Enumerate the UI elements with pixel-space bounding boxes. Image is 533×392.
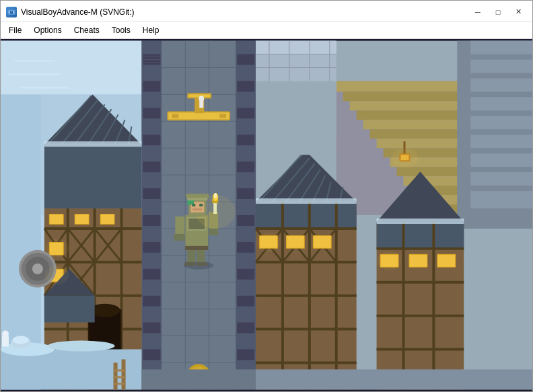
- svg-rect-201: [197, 262, 207, 266]
- svg-rect-62: [219, 114, 226, 118]
- svg-rect-50: [237, 134, 254, 145]
- svg-marker-145: [256, 202, 357, 229]
- svg-rect-48: [237, 81, 254, 92]
- menu-item-cheats[interactable]: Cheats: [69, 24, 105, 37]
- svg-rect-206: [175, 217, 184, 235]
- svg-rect-8: [1, 41, 141, 95]
- svg-rect-3: [13, 11, 14, 12]
- svg-point-252: [2, 331, 9, 338]
- svg-point-117: [48, 341, 115, 352]
- svg-rect-41: [143, 323, 160, 334]
- svg-rect-35: [143, 161, 160, 172]
- svg-rect-97: [50, 214, 63, 224]
- svg-rect-205: [185, 246, 208, 250]
- svg-rect-198: [187, 249, 195, 264]
- title-bar-controls: ─ □ ✕: [469, 5, 527, 19]
- title-bar: VisualBoyAdvance-M (SVNGit:) ─ □ ✕: [1, 1, 532, 22]
- menu-item-help[interactable]: Help: [137, 24, 165, 37]
- svg-rect-209: [209, 229, 218, 235]
- svg-point-234: [378, 251, 402, 270]
- main-window: VisualBoyAdvance-M (SVNGit:) ─ □ ✕ File …: [0, 0, 533, 392]
- svg-rect-137: [470, 91, 532, 97]
- svg-rect-40: [143, 296, 160, 307]
- window-title: VisualBoyAdvance-M (SVNGit:): [21, 7, 135, 17]
- game-viewport: [1, 39, 532, 391]
- svg-rect-185: [409, 255, 427, 267]
- svg-rect-36: [143, 188, 160, 199]
- svg-rect-99: [75, 214, 89, 224]
- app-icon: [6, 7, 17, 17]
- svg-rect-172: [314, 236, 331, 248]
- svg-point-231: [45, 239, 69, 258]
- title-bar-left: VisualBoyAdvance-M (SVNGit:): [6, 7, 135, 17]
- svg-rect-239: [256, 41, 336, 54]
- svg-rect-247: [141, 369, 256, 389]
- svg-point-250: [13, 336, 29, 344]
- svg-rect-33: [143, 108, 160, 118]
- svg-rect-237: [377, 219, 464, 224]
- svg-rect-52: [237, 188, 254, 199]
- svg-rect-53: [237, 215, 254, 226]
- svg-rect-248: [256, 369, 532, 389]
- menu-item-options[interactable]: Options: [28, 24, 67, 37]
- svg-rect-57: [237, 323, 254, 334]
- svg-rect-136: [470, 73, 532, 79]
- svg-point-227: [392, 148, 419, 168]
- svg-rect-49: [237, 108, 254, 118]
- minimize-button[interactable]: ─: [469, 5, 487, 19]
- svg-rect-251: [2, 336, 9, 347]
- svg-rect-223: [186, 194, 209, 198]
- svg-rect-39: [143, 269, 160, 280]
- svg-rect-32: [143, 81, 160, 92]
- menu-item-file[interactable]: File: [3, 24, 27, 37]
- svg-marker-175: [377, 222, 464, 249]
- game-scene: [1, 39, 532, 391]
- menu-bar: File Options Cheats Tools Help: [1, 22, 532, 39]
- svg-rect-235: [44, 141, 142, 147]
- svg-rect-56: [237, 296, 254, 307]
- svg-rect-187: [437, 255, 455, 267]
- svg-rect-138: [470, 110, 532, 116]
- svg-rect-207: [174, 234, 184, 241]
- svg-rect-101: [101, 214, 114, 224]
- svg-rect-191: [114, 376, 126, 378]
- svg-rect-42: [143, 349, 160, 360]
- svg-rect-221: [187, 200, 191, 205]
- svg-rect-61: [172, 114, 178, 118]
- svg-rect-170: [287, 236, 304, 248]
- svg-rect-199: [197, 249, 205, 264]
- svg-rect-139: [470, 129, 532, 134]
- svg-rect-54: [237, 242, 254, 253]
- svg-rect-190: [114, 369, 126, 371]
- svg-rect-200: [184, 262, 195, 266]
- close-button[interactable]: ✕: [509, 5, 527, 19]
- svg-rect-218: [199, 204, 203, 206]
- maximize-button[interactable]: □: [489, 5, 507, 19]
- svg-point-232: [45, 266, 69, 284]
- svg-rect-55: [237, 269, 254, 280]
- svg-rect-2: [9, 11, 10, 12]
- svg-rect-37: [143, 215, 160, 226]
- svg-rect-236: [256, 198, 357, 204]
- menu-item-tools[interactable]: Tools: [106, 24, 136, 37]
- svg-rect-219: [192, 208, 202, 210]
- svg-point-67: [199, 95, 204, 101]
- svg-rect-38: [143, 242, 160, 253]
- svg-rect-188: [114, 362, 118, 389]
- svg-rect-192: [114, 383, 126, 385]
- svg-rect-217: [192, 204, 195, 206]
- svg-point-233: [256, 233, 281, 251]
- svg-marker-68: [44, 145, 142, 208]
- svg-rect-58: [237, 349, 254, 360]
- svg-rect-51: [237, 161, 254, 172]
- svg-rect-246: [256, 81, 336, 155]
- svg-marker-113: [44, 296, 95, 323]
- svg-rect-135: [470, 54, 532, 60]
- svg-point-109: [32, 264, 43, 274]
- svg-rect-141: [470, 167, 532, 172]
- svg-rect-189: [122, 359, 126, 389]
- svg-rect-47: [237, 54, 254, 65]
- game-area[interactable]: [1, 39, 532, 391]
- svg-rect-142: [470, 186, 532, 191]
- svg-rect-4: [11, 10, 12, 11]
